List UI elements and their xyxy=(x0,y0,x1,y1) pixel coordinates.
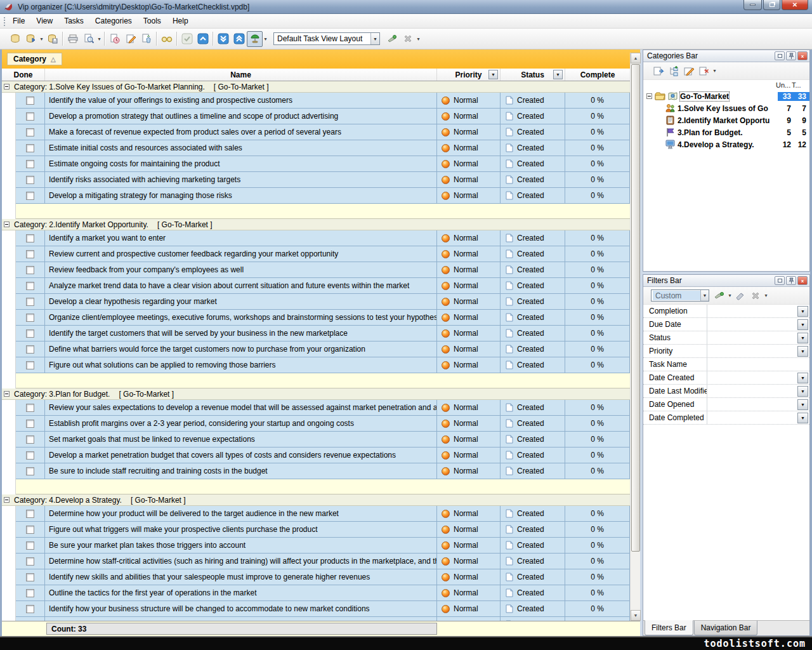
task-name-cell[interactable]: Make a forecast of revenue expected from… xyxy=(45,124,437,140)
column-header-done[interactable]: Done xyxy=(2,69,45,81)
task-name-cell[interactable]: Be sure your market plan takes those tri… xyxy=(45,538,437,554)
move-top-icon[interactable] xyxy=(231,31,247,47)
task-row[interactable]: Review current and prospective customer … xyxy=(2,246,630,262)
task-checkbox[interactable] xyxy=(26,329,34,338)
category-tree-item[interactable]: Go-To-Market3333 xyxy=(643,90,809,102)
delete-layout-icon[interactable] xyxy=(400,31,416,47)
task-name-cell[interactable]: Identify the target customers that will … xyxy=(45,326,437,342)
filter-combobox-arrow-icon[interactable]: ▼ xyxy=(700,290,709,301)
category-group-row[interactable]: Category: 3.Plan for Budget.[ Go-To-Mark… xyxy=(2,388,630,400)
collapse-group-icon[interactable] xyxy=(4,497,10,503)
task-checkbox[interactable] xyxy=(26,605,34,613)
task-checkbox[interactable] xyxy=(26,573,34,581)
category-tree-item[interactable]: 4.Develop a Strategy.1212 xyxy=(643,138,809,150)
task-name-cell[interactable]: Be sure to include staff recruiting and … xyxy=(45,463,437,479)
task-row[interactable]: Determine how your product will be deliv… xyxy=(2,506,630,522)
task-row[interactable]: Develop a promotion strategy that outlin… xyxy=(2,109,630,124)
task-row[interactable]: Develop a clear hypothesis regarding you… xyxy=(2,294,630,310)
open-database-dropdown-icon[interactable]: ▾ xyxy=(39,36,44,42)
task-row[interactable]: Review feedback from your company's empl… xyxy=(2,262,630,278)
category-group-row[interactable]: Category: 1.Solve Key Issues of Go-To-Ma… xyxy=(2,81,630,93)
task-checkbox[interactable] xyxy=(26,144,34,152)
filter-value[interactable]: ▼ xyxy=(707,371,809,384)
task-name-cell[interactable]: Set market goals that must be linked to … xyxy=(45,432,437,448)
task-row[interactable]: Estimate initial costs and resources ass… xyxy=(2,140,630,156)
filter-dropdown-icon[interactable]: ▼ xyxy=(797,346,808,357)
task-name-cell[interactable]: Develop a clear hypothesis regarding you… xyxy=(45,294,437,310)
delete-category-icon[interactable] xyxy=(697,64,712,78)
task-row[interactable]: Outline the tactics for the first year o… xyxy=(2,585,630,601)
category-group-row[interactable]: Category: 2.Identify Market Opportunity.… xyxy=(2,219,630,230)
task-name-cell[interactable]: Review current and prospective customer … xyxy=(45,246,437,262)
task-row[interactable]: Figure out what solutions can be applied… xyxy=(2,357,630,373)
task-row[interactable]: Identify how your business structure wil… xyxy=(2,601,630,617)
task-name-cell[interactable]: Develop a market penetration budget that… xyxy=(45,448,437,463)
tab-navigation-bar[interactable]: Navigation Bar xyxy=(694,621,758,635)
filter-dropdown-icon[interactable]: ▼ xyxy=(797,319,808,330)
category-group-row[interactable]: Category: 4.Develop a Strategy.[ Go-To-M… xyxy=(2,494,630,506)
task-name-cell[interactable]: Establish profit margins over a 2-3 year… xyxy=(45,416,437,432)
status-filter-dropdown-icon[interactable]: ▼ xyxy=(553,70,563,79)
filter-value[interactable]: ▼ xyxy=(707,345,809,357)
task-checkbox[interactable] xyxy=(26,314,34,322)
task-row[interactable]: Determine how staff-critical activities … xyxy=(2,554,630,569)
apply-filter-icon[interactable] xyxy=(712,289,727,303)
lamp-dropdown-icon[interactable]: ▾ xyxy=(263,36,268,42)
column-header-name[interactable]: Name xyxy=(45,69,437,81)
print-preview-icon[interactable] xyxy=(81,31,96,47)
menu-item-categories[interactable]: Categories xyxy=(89,14,138,28)
filter-value[interactable]: ▼ xyxy=(707,385,809,397)
filter-row[interactable]: Priority▼ xyxy=(643,345,809,358)
move-up-icon[interactable] xyxy=(195,31,211,47)
task-name-cell[interactable]: Estimate initial costs and resources ass… xyxy=(45,140,437,156)
task-row[interactable]: Identify risks associated with achieving… xyxy=(2,172,630,188)
task-row[interactable]: Estimate ongoing costs for maintaining t… xyxy=(2,156,630,172)
task-checkbox[interactable] xyxy=(26,345,34,354)
menu-item-view[interactable]: View xyxy=(30,14,58,28)
delete-task-icon[interactable] xyxy=(138,31,154,47)
task-name-cell[interactable]: Identify the value of your offerings to … xyxy=(45,93,437,109)
menu-item-file[interactable]: File xyxy=(7,14,30,28)
new-category-icon[interactable] xyxy=(651,64,666,78)
menu-item-tools[interactable]: Tools xyxy=(138,14,167,28)
categories-restore-icon[interactable] xyxy=(775,51,785,60)
filter-value[interactable]: ▼ xyxy=(707,305,809,317)
task-row[interactable]: Develop a mitigating strategy for managi… xyxy=(2,188,630,204)
task-row[interactable]: Identify new skills and abilities that y… xyxy=(2,569,630,585)
task-row[interactable]: Identify a market you want to enterNorma… xyxy=(2,230,630,246)
task-name-cell[interactable]: Organize client/employee meetings, execu… xyxy=(45,310,437,326)
filter-row[interactable]: Date Completed▼ xyxy=(643,411,809,425)
task-row[interactable]: Set market goals that must be linked to … xyxy=(2,432,630,448)
move-bottom-icon[interactable] xyxy=(215,31,231,47)
task-checkbox[interactable] xyxy=(26,112,34,121)
filter-value[interactable]: ▼ xyxy=(707,318,809,331)
filter-row[interactable]: Due Date▼ xyxy=(643,318,809,331)
filter-row[interactable]: Date Opened▼ xyxy=(643,398,809,411)
collapse-group-icon[interactable] xyxy=(4,84,10,90)
filter-dropdown-icon[interactable]: ▼ xyxy=(797,399,808,410)
filters-pin-icon[interactable] xyxy=(786,276,796,285)
edit-task-icon[interactable] xyxy=(122,31,138,47)
save-database-icon[interactable] xyxy=(44,31,60,47)
clear-filter-icon[interactable] xyxy=(733,289,748,303)
task-name-cell[interactable]: Estimate ongoing costs for maintaining t… xyxy=(45,156,437,172)
tree-collapse-icon[interactable] xyxy=(646,93,652,99)
filter-value[interactable]: ▼ xyxy=(707,331,809,344)
task-row[interactable]: Organize client/employee meetings, execu… xyxy=(2,310,630,326)
task-name-cell[interactable]: Identify how your business structure wil… xyxy=(45,601,437,617)
tab-filters-bar[interactable]: Filters Bar xyxy=(645,620,693,635)
filters-restore-icon[interactable] xyxy=(775,276,785,285)
task-row[interactable]: Define what barriers would force the tar… xyxy=(2,342,630,357)
tree-column-total[interactable]: T... xyxy=(792,81,808,89)
filter-dropdown-icon[interactable]: ▼ xyxy=(797,373,808,383)
task-name-cell[interactable]: Figure out what solutions can be applied… xyxy=(45,357,437,373)
tree-column-undone[interactable]: Un... xyxy=(776,81,792,89)
task-checkbox[interactable] xyxy=(26,298,34,306)
task-checkbox[interactable] xyxy=(26,160,34,168)
filter-dropdown-icon[interactable]: ▼ xyxy=(797,333,808,343)
task-name-cell[interactable]: Review your sales expectations to develo… xyxy=(45,400,437,416)
task-checkbox[interactable] xyxy=(26,361,34,369)
task-checkbox[interactable] xyxy=(26,541,34,550)
new-database-icon[interactable] xyxy=(7,31,23,47)
close-button[interactable]: ✕ xyxy=(782,0,808,10)
